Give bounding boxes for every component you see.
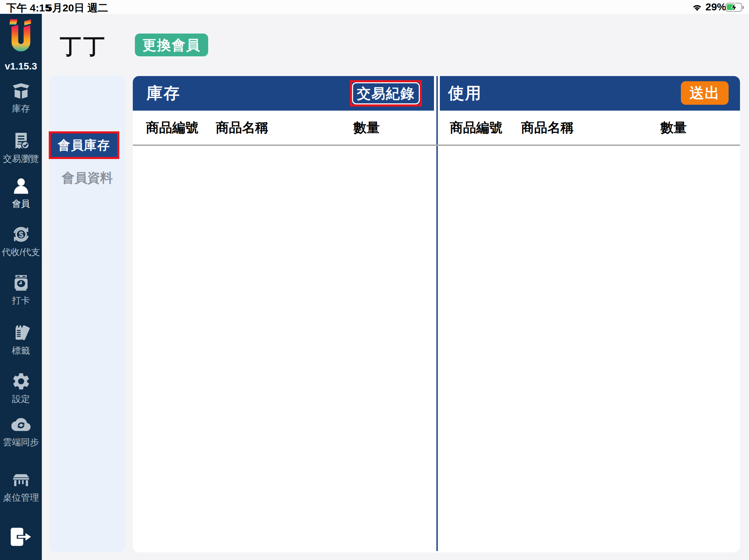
inventory-column-product-name: 商品名稱 [216, 111, 268, 144]
sidebar-item-settings[interactable]: 設定 [0, 372, 42, 405]
inventory-column-product-id: 商品編號 [146, 111, 198, 144]
battery-charging-icon [725, 3, 742, 12]
sidebar-item-label: 打卡 [12, 295, 30, 307]
sidebar-nav: v1.15.3 庫存 交易瀏覽 會員 [0, 14, 42, 560]
u-gradient-logo [4, 18, 38, 57]
menu-item-member-profile[interactable]: 會員資料 [49, 169, 125, 187]
usage-panel-title: 使用 [448, 83, 482, 104]
submit-button[interactable]: 送出 [681, 81, 729, 105]
logout-door-icon[interactable] [9, 525, 33, 548]
table-icon [11, 470, 31, 489]
main-panel: 庫存 使用 交易紀錄 送出 商品編號 商品名稱 數量 商品編號 商品名稱 數量 [133, 76, 740, 552]
app-root: 下午 4:15 5月20日 週二 29% v1.15. [0, 0, 749, 560]
sidebar-item-members[interactable]: 會員 [0, 176, 42, 210]
sidebar-item-punch-clock[interactable]: 打卡 [0, 273, 42, 307]
sidebar-item-cloud-sync[interactable]: 雲端同步 [0, 415, 42, 448]
app-version: v1.15.3 [0, 61, 42, 72]
svg-text:$: $ [19, 230, 24, 239]
menu-item-member-inventory[interactable]: 會員庫存 [51, 133, 117, 157]
sidebar-item-label: 標籤 [12, 345, 30, 357]
usage-table-body [438, 146, 740, 552]
sidebar-item-table-management[interactable]: 桌位管理 [0, 470, 42, 504]
usage-column-product-name: 商品名稱 [521, 111, 574, 144]
inventory-box-icon [11, 81, 31, 101]
change-member-button[interactable]: 更換會員 [135, 34, 208, 56]
sidebar-item-label: 庫存 [12, 103, 30, 115]
inventory-column-quantity: 數量 [353, 111, 380, 144]
sidebar-item-collect-pay[interactable]: $ 代收/代支 [0, 225, 42, 258]
status-bar: 下午 4:15 5月20日 週二 29% [0, 0, 749, 14]
sidebar-item-label: 桌位管理 [3, 492, 39, 504]
inventory-panel-title: 庫存 [147, 83, 181, 104]
inventory-table-body [133, 146, 436, 552]
wifi-icon [691, 2, 703, 12]
tags-icon [11, 323, 31, 343]
member-menu-panel: 會員資料 會員庫存 [49, 75, 125, 552]
battery-percent: 29% [705, 1, 726, 13]
punch-clock-icon [11, 273, 31, 292]
status-time: 下午 4:15 [6, 1, 50, 15]
sidebar-item-inventory[interactable]: 庫存 [0, 81, 42, 115]
sidebar-item-label: 會員 [12, 198, 30, 210]
sidebar-item-label: 代收/代支 [2, 246, 40, 258]
annotation-highlight: 會員庫存 [49, 131, 119, 159]
usage-column-quantity: 數量 [660, 111, 687, 144]
sidebar-item-label: 交易瀏覽 [3, 153, 39, 165]
sidebar-item-transactions[interactable]: 交易瀏覽 [0, 131, 42, 165]
member-person-icon [11, 176, 31, 196]
cloud-sync-icon [11, 415, 31, 434]
gear-icon [11, 372, 31, 391]
sidebar-item-labels[interactable]: 標籤 [0, 323, 42, 357]
usage-column-product-id: 商品編號 [450, 111, 502, 144]
member-name-title: 丁丁 [60, 32, 107, 61]
sidebar-item-label: 設定 [12, 393, 30, 405]
annotation-highlight: 交易紀錄 [350, 80, 422, 106]
transaction-records-button[interactable]: 交易紀錄 [352, 82, 420, 104]
receipt-check-icon [11, 131, 31, 151]
status-date: 5月20日 週二 [46, 1, 108, 15]
sidebar-item-label: 雲端同步 [3, 436, 39, 448]
money-sync-icon: $ [11, 225, 31, 244]
